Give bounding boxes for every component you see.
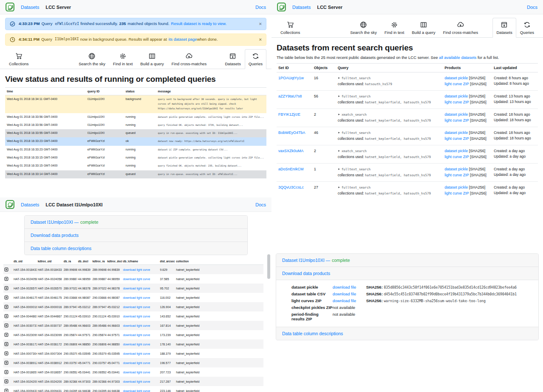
expand-row-button[interactable]: [4, 389, 8, 392]
product-download-link[interactable]: dataset pickle: [445, 167, 468, 171]
download-light-curve-link[interactable]: download light curve: [123, 287, 150, 290]
product-download-link[interactable]: dataset pickle: [445, 76, 468, 80]
accordion-header-column-descriptions[interactable]: Data table column descriptions: [25, 242, 247, 255]
download-light-curve-link[interactable]: download light curve: [123, 334, 150, 336]
download-light-curve-link[interactable]: download light curve: [123, 361, 150, 364]
nav-datasets-link[interactable]: Datasets: [292, 5, 311, 10]
expand-row-button[interactable]: [4, 370, 8, 375]
download-light-curve-link[interactable]: download light curve: [123, 296, 150, 299]
vertical-scrollbar[interactable]: [267, 254, 270, 279]
download-light-curve-link[interactable]: download light curve: [123, 315, 150, 318]
tab-queries[interactable]: Queries: [245, 49, 266, 69]
dataset-status-link[interactable]: Dataset I1Umlpo10XI —: [31, 220, 78, 225]
expand-row-button[interactable]: [4, 333, 8, 337]
nav-docs-link[interactable]: Docs: [527, 5, 537, 10]
tab-xmatch[interactable]: Find cross-matches: [168, 49, 210, 69]
accordion-header-dataset-status[interactable]: Dataset I1Umlpo10XI —complete: [25, 216, 247, 229]
column-descriptions-link[interactable]: Data table column descriptions: [282, 331, 343, 336]
nav-docs-link[interactable]: Docs: [255, 5, 266, 10]
download-light-curve-link[interactable]: download light curve: [123, 371, 150, 374]
column-descriptions-link[interactable]: Data table column descriptions: [31, 246, 92, 251]
lcc-server-logo-icon[interactable]: [6, 3, 14, 11]
accordion-header-dataset-status[interactable]: Dataset I1Umlpo10XI —complete: [276, 254, 538, 267]
download-light-curve-link[interactable]: download light curve: [123, 380, 150, 383]
product-download-link[interactable]: light curve ZIP: [445, 136, 469, 141]
product-download-link[interactable]: light curve ZIP: [445, 82, 469, 86]
query-details-toggle[interactable]: fulltext_search: [338, 130, 441, 136]
nav-datasets-link[interactable]: Datasets: [21, 202, 39, 207]
tab-querybuilder[interactable]: Build a query: [137, 49, 168, 69]
query-details-toggle[interactable]: xmatch_search: [338, 112, 441, 118]
dataset-setid-link[interactable]: FBYIK1ZjrzE: [278, 112, 300, 117]
query-details-toggle[interactable]: fulltext_search: [338, 75, 441, 81]
product-download-link[interactable]: dataset pickle: [445, 94, 468, 98]
download-light-curve-link[interactable]: download light curve: [123, 306, 150, 309]
dataset-setid-link[interactable]: aZZY9taU7s8: [278, 94, 302, 98]
expand-row-button[interactable]: [4, 295, 8, 300]
nav-datasets-link[interactable]: Datasets: [21, 5, 39, 10]
tab-skysearch[interactable]: Search the sky: [75, 49, 109, 69]
download-light-curve-link[interactable]: download light curve: [123, 389, 150, 392]
tab-collections[interactable]: Collections: [5, 49, 32, 69]
tab-collections[interactable]: Collections: [277, 18, 304, 38]
dataset-setid-link[interactable]: BobWEyO4TbA: [278, 131, 305, 135]
download-light-curve-link[interactable]: download light curve: [123, 268, 150, 271]
download-file-link[interactable]: download file: [333, 292, 356, 296]
expand-row-button[interactable]: [4, 379, 8, 384]
download-light-curve-link[interactable]: download light curve: [123, 352, 150, 355]
product-download-link[interactable]: dataset pickle: [445, 112, 468, 117]
all-datasets-link[interactable]: all available datasets: [439, 55, 476, 60]
nav-docs-link[interactable]: Docs: [255, 202, 266, 207]
dataset-setid-link[interactable]: vaxSXZk0uMA: [278, 149, 304, 153]
query-details-toggle[interactable]: fulltext_search: [338, 167, 441, 172]
expand-row-button[interactable]: [4, 267, 8, 272]
tab-textsearch[interactable]: Find in text: [381, 18, 408, 38]
download-light-curve-link[interactable]: download light curve: [123, 278, 150, 281]
dataset-status-link[interactable]: Dataset I1Umlpo10XI —: [282, 258, 330, 263]
query-details-toggle[interactable]: fulltext_search: [338, 94, 441, 100]
close-icon[interactable]: ×: [256, 36, 262, 43]
result-dataset-link[interactable]: Result dataset is ready to view.: [171, 21, 227, 27]
download-file-link[interactable]: download file: [333, 298, 356, 303]
query-details-toggle[interactable]: xmatch_search: [338, 148, 441, 154]
product-download-link[interactable]: dataset pickle: [445, 131, 468, 135]
tab-querybuilder[interactable]: Build a query: [408, 18, 439, 38]
query-details-toggle[interactable]: fulltext_search: [338, 185, 441, 191]
product-download-link[interactable]: light curve ZIP: [445, 100, 469, 104]
lcc-server-logo-icon[interactable]: [6, 200, 14, 209]
close-icon[interactable]: ×: [256, 21, 262, 27]
download-light-curve-link[interactable]: download light curve: [123, 343, 150, 346]
accordion-header-column-descriptions[interactable]: Data table column descriptions: [276, 327, 538, 340]
product-download-link[interactable]: light curve ZIP: [445, 155, 469, 159]
tab-skysearch[interactable]: Search the sky: [346, 18, 381, 38]
expand-row-button[interactable]: [4, 286, 8, 291]
expand-row-button[interactable]: [4, 314, 8, 319]
download-products-link[interactable]: Download data products: [282, 271, 330, 276]
tab-datasets[interactable]: Datasets: [493, 18, 516, 38]
expand-row-button[interactable]: [4, 342, 8, 347]
accordion-header-download-products[interactable]: Download data products: [276, 267, 538, 280]
expand-row-button[interactable]: [4, 277, 8, 281]
accordion-header-download-products[interactable]: Download data products: [25, 229, 247, 242]
product-download-link[interactable]: light curve ZIP: [445, 118, 469, 122]
dataset-page-link[interactable]: its dataset page: [168, 37, 197, 42]
tab-xmatch[interactable]: Find cross-matches: [439, 18, 482, 38]
product-download-link[interactable]: dataset pickle: [445, 185, 468, 189]
tab-datasets[interactable]: Datasets: [221, 49, 245, 69]
product-download-link[interactable]: dataset pickle: [445, 149, 468, 153]
dataset-setid-link[interactable]: 3QQvU3CcsLc: [278, 185, 304, 189]
expand-row-button[interactable]: [4, 323, 8, 328]
dataset-setid-link[interactable]: 1POAUqtYy1w: [278, 76, 304, 80]
lcc-server-logo-icon[interactable]: [277, 3, 286, 11]
tab-queries[interactable]: Queries: [516, 18, 538, 38]
product-download-link[interactable]: light curve ZIP: [445, 191, 469, 195]
download-light-curve-link[interactable]: download light curve: [123, 324, 150, 327]
dataset-setid-link[interactable]: aDoSnEnIkCM: [278, 167, 304, 171]
expand-row-button[interactable]: [4, 305, 8, 309]
tab-textsearch[interactable]: Find in text: [109, 49, 136, 69]
expand-row-button[interactable]: [4, 361, 8, 365]
product-download-link[interactable]: light curve ZIP: [445, 173, 469, 177]
download-file-link[interactable]: download file: [333, 285, 356, 289]
download-products-link[interactable]: Download data products: [31, 233, 78, 238]
expand-row-button[interactable]: [4, 351, 8, 356]
